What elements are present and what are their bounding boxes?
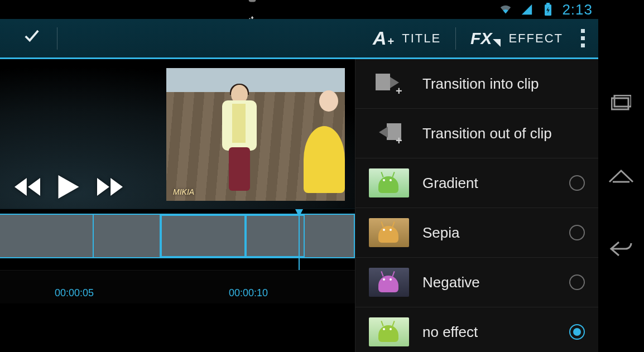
divider bbox=[57, 27, 57, 50]
forward-button[interactable] bbox=[97, 177, 123, 199]
playhead[interactable] bbox=[299, 209, 300, 270]
effect-thumbnail bbox=[369, 218, 409, 247]
effect-thumbnail bbox=[369, 168, 409, 197]
action-bar: A + TITLE FX EFFECT bbox=[0, 19, 598, 59]
effect-row[interactable]: no effect bbox=[355, 307, 598, 352]
title-tool-button[interactable]: A + TITLE bbox=[363, 27, 451, 49]
svg-rect-3 bbox=[546, 3, 550, 4]
timeline[interactable] bbox=[0, 209, 355, 270]
time-ruler[interactable]: 00:00:0500:00:10 bbox=[0, 270, 355, 303]
effects-panel: +Transition into clip+Transition out of … bbox=[355, 59, 598, 352]
effect-row[interactable]: Gradient bbox=[355, 158, 598, 208]
divider bbox=[455, 27, 456, 50]
watermark-text: MIKIA bbox=[173, 187, 194, 196]
done-button[interactable] bbox=[11, 27, 52, 49]
effect-thumbnail bbox=[369, 317, 409, 346]
row-label: Transition into clip bbox=[422, 75, 585, 93]
timeline-clip[interactable] bbox=[246, 215, 305, 257]
row-label: Sepia bbox=[422, 224, 556, 242]
transition-row[interactable]: +Transition into clip bbox=[355, 59, 598, 109]
effect-label: EFFECT bbox=[508, 31, 563, 46]
timeline-clip[interactable] bbox=[94, 215, 161, 257]
transition-in-icon: + bbox=[369, 69, 409, 98]
ruler-tick: 00:00:10 bbox=[229, 287, 268, 299]
signal-icon bbox=[520, 2, 534, 17]
timeline-clip[interactable] bbox=[0, 215, 94, 257]
preview-area[interactable]: MIKIA bbox=[0, 59, 355, 209]
system-nav-bar bbox=[598, 0, 644, 352]
effect-row[interactable]: Negative bbox=[355, 258, 598, 307]
status-time: 2:13 bbox=[562, 1, 593, 18]
rewind-button[interactable] bbox=[15, 177, 40, 199]
recent-apps-button[interactable] bbox=[608, 90, 635, 117]
timeline-clip[interactable] bbox=[305, 215, 355, 257]
editor-left-pane: MIKIA 00:00:0500:00:1 bbox=[0, 59, 355, 352]
svg-text:+: + bbox=[396, 85, 402, 96]
effect-radio[interactable] bbox=[569, 324, 585, 340]
effect-radio[interactable] bbox=[569, 175, 585, 191]
row-label: Negative bbox=[422, 274, 556, 291]
row-label: Gradient bbox=[422, 175, 556, 192]
effect-tool-button[interactable]: FX EFFECT bbox=[460, 29, 573, 48]
wifi-icon bbox=[498, 2, 513, 17]
title-a-icon: A + bbox=[373, 27, 394, 49]
row-label: Transition out of clip bbox=[422, 125, 585, 142]
android-debug-icon bbox=[245, 0, 259, 5]
preview-frame: MIKIA bbox=[166, 68, 345, 201]
transition-out-icon: + bbox=[369, 119, 409, 148]
row-label: no effect bbox=[422, 324, 556, 341]
ruler-tick: 00:00:05 bbox=[55, 287, 94, 299]
svg-rect-4 bbox=[376, 74, 390, 90]
effect-radio[interactable] bbox=[569, 274, 585, 290]
battery-charging-icon bbox=[541, 2, 555, 17]
title-label: TITLE bbox=[402, 31, 441, 46]
home-button[interactable] bbox=[608, 162, 635, 189]
play-button[interactable] bbox=[58, 175, 79, 201]
effect-radio[interactable] bbox=[569, 225, 585, 240]
back-button[interactable] bbox=[608, 235, 635, 262]
clip-strip[interactable] bbox=[0, 214, 355, 258]
effect-thumbnail bbox=[369, 268, 409, 297]
timeline-clip[interactable] bbox=[161, 215, 246, 257]
svg-text:+: + bbox=[396, 134, 402, 146]
overflow-menu-button[interactable] bbox=[573, 29, 593, 47]
effect-row[interactable]: Sepia bbox=[355, 208, 598, 258]
fx-icon: FX bbox=[470, 29, 501, 48]
transition-row[interactable]: +Transition out of clip bbox=[355, 109, 598, 158]
status-bar: 2:13 bbox=[0, 0, 598, 19]
